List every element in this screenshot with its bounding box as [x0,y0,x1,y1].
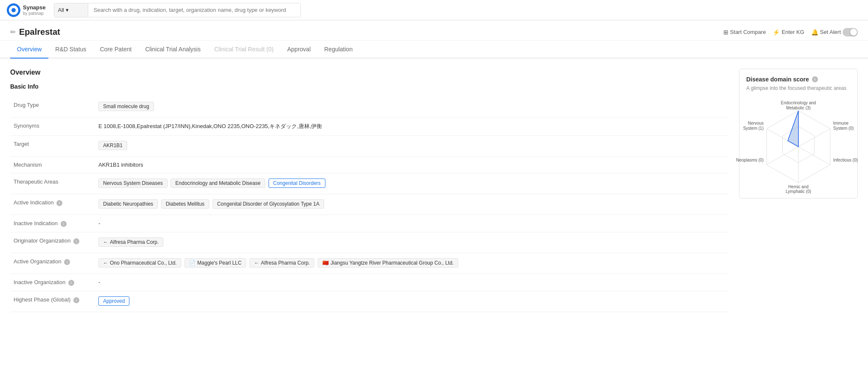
content-left: Overview Basic Info Drug Type Small mole… [10,69,729,312]
svg-text:Infectious (0): Infectious (0) [833,158,858,162]
info-icon[interactable]: i [64,259,70,265]
label-originator-org: Originator Organization i [10,232,95,253]
info-icon[interactable]: i [73,297,79,303]
table-row: Synonyms E 1008,E-1008,Epalrestat (JP17/… [10,117,729,136]
logo-name: Synapse [23,4,45,11]
disease-domain-title: Disease domain score [746,76,809,83]
compare-icon: ⊞ [723,29,728,36]
basic-info-title: Basic Info [10,83,729,90]
org-doc-icon: 📄 [189,260,196,266]
start-compare-button[interactable]: ⊞ Start Compare [723,29,766,36]
table-row: Active Organization i ← Ono Pharmaceutic… [10,253,729,274]
label-active-indication: Active Indication i [10,194,95,215]
header-actions: ⊞ Start Compare ⚡ Enter KG 🔔 Set Alert [723,28,858,36]
svg-text:Nervous: Nervous [748,121,764,126]
synonyms-value: E 1008,E-1008,Epalrestat (JP17/INN),Kine… [95,117,729,136]
table-row: Inactive Organization i - [10,274,729,291]
therapeutic-area-tag[interactable]: Endocrinology and Metabolic Disease [171,179,265,188]
overview-title: Overview [10,69,729,76]
logo-icon [7,3,20,17]
mechanism-value: AKR1B1 inhibitors [95,156,729,173]
tab-rd-status[interactable]: R&D Status [48,41,93,59]
set-alert-button[interactable]: 🔔 Set Alert [811,28,858,36]
label-therapeutic-areas: Therapeutic Areas [10,173,95,194]
approved-tag: Approved [98,296,129,306]
tab-regulation[interactable]: Regulation [317,41,359,59]
target-tag[interactable]: AKR1B1 [98,141,127,150]
drug-title-area: ✏ Epalrestat [10,27,60,37]
search-bar[interactable]: All ▾ [54,3,301,17]
indication-tag: Congenital Disorder of Glycosylation Typ… [213,199,324,209]
svg-text:Immune: Immune [833,121,849,126]
table-row: Therapeutic Areas Nervous System Disease… [10,173,729,194]
tab-core-patent[interactable]: Core Patent [93,41,139,59]
table-row: Active Indication i Diabetic Neuropathie… [10,194,729,215]
tab-clinical-trial-result: Clinical Trial Result (0) [207,41,280,59]
tab-overview[interactable]: Overview [10,41,48,59]
table-row: Originator Organization i ← Alfresa Phar… [10,232,729,253]
org-tag[interactable]: ← Alfresa Pharma Corp. [249,258,314,268]
label-drug-type: Drug Type [10,97,95,117]
org-arrow-icon: ← [254,260,259,266]
disease-domain-panel: Disease domain score i A glimpse into th… [739,69,858,198]
logo-sub: by patsnap [23,11,45,16]
therapeutic-area-tag[interactable]: Nervous System Diseases [98,179,168,188]
label-inactive-indication: Inactive Indication i [10,215,95,232]
therapeutic-area-tag-link[interactable]: Congenital Disorders [269,179,325,188]
table-row: Target AKR1B1 [10,136,729,156]
label-target: Target [10,136,95,156]
inactive-indication-value: - [95,215,729,232]
svg-text:Lymphatic (0): Lymphatic (0) [786,189,811,194]
org-tag[interactable]: ← Alfresa Pharma Corp. [98,237,163,247]
kg-icon: ⚡ [773,29,780,36]
search-input[interactable] [88,3,300,17]
radar-chart: Endocrinology and Metabolic (3) Immune S… [739,96,858,193]
info-icon[interactable]: i [61,221,67,227]
info-icon[interactable]: i [73,238,79,244]
search-filter-select[interactable]: All ▾ [54,3,88,17]
svg-text:Metabolic (3): Metabolic (3) [786,106,811,110]
org-tag[interactable]: 🇨🇳 Jiangsu Yangtze River Pharmaceutical … [318,258,458,268]
indication-tag: Diabetes Mellitus [161,199,209,209]
main-content: Overview Basic Info Drug Type Small mole… [0,59,868,322]
table-row: Drug Type Small molecule drug [10,97,729,117]
inactive-org-value: - [95,274,729,291]
info-icon[interactable]: i [56,200,62,206]
alert-icon: 🔔 [811,29,818,36]
edit-icon: ✏ [10,28,16,36]
svg-marker-6 [788,111,798,147]
top-navigation: Synapse by patsnap All ▾ [0,0,868,20]
info-icon[interactable]: i [812,76,818,82]
org-tag[interactable]: 📄 Maggie's Pearl LLC [185,258,246,268]
table-row: Highest Phase (Global) i Approved [10,291,729,312]
drug-type-tag: Small molecule drug [98,102,154,111]
disease-domain-subtitle: A glimpse into the focused therapeutic a… [746,85,851,91]
tab-bar: Overview R&D Status Core Patent Clinical… [0,41,868,59]
info-icon[interactable]: i [68,280,74,286]
label-mechanism: Mechanism [10,156,95,173]
tab-approval[interactable]: Approval [280,41,317,59]
org-arrow-icon: ← [103,260,108,266]
label-synonyms: Synonyms [10,117,95,136]
logo: Synapse by patsnap [7,3,45,17]
label-highest-phase: Highest Phase (Global) i [10,291,95,312]
svg-text:Hemic and: Hemic and [788,184,809,189]
org-flag-icon: ← [103,239,108,245]
org-tag[interactable]: ← Ono Pharmaceutical Co., Ltd. [98,258,181,268]
radar-chart-container: Endocrinology and Metabolic (3) Immune S… [746,98,851,191]
org-flag-icon: 🇨🇳 [322,260,329,266]
table-row: Inactive Indication i - [10,215,729,232]
svg-text:Neoplasms (0): Neoplasms (0) [736,158,764,162]
drug-name: Epalrestat [19,27,60,37]
svg-text:System (0): System (0) [833,126,854,131]
enter-kg-button[interactable]: ⚡ Enter KG [773,29,804,36]
tab-clinical-trial-analysis[interactable]: Clinical Trial Analysis [138,41,207,59]
indication-tag: Diabetic Neuropathies [98,199,158,209]
info-table: Drug Type Small molecule drug Synonyms E… [10,97,729,312]
svg-text:System (1): System (1) [743,126,764,131]
alert-toggle[interactable] [843,28,858,36]
chevron-down-icon: ▾ [66,7,69,13]
table-row: Mechanism AKR1B1 inhibitors [10,156,729,173]
drug-header: ✏ Epalrestat ⊞ Start Compare ⚡ Enter KG … [0,20,868,41]
label-inactive-org: Inactive Organization i [10,274,95,291]
